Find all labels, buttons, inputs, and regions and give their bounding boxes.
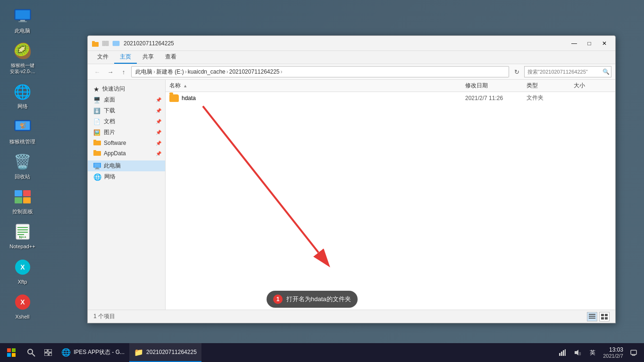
path-this-pc: 此电脑	[135, 68, 152, 76]
title-bar-icon	[92, 40, 120, 47]
svg-rect-8	[23, 190, 31, 196]
file-row-hdata[interactable]: hdata 2021/2/7 11:26 文件夹	[166, 92, 615, 104]
sidebar-desktop-label: 桌面	[104, 96, 115, 104]
svg-rect-29	[93, 150, 96, 152]
ipes-label: IPES APP状态 - G...	[74, 348, 125, 356]
svg-rect-44	[12, 348, 16, 352]
svg-rect-13	[17, 229, 28, 230]
search-submit-button[interactable]: 🔍	[602, 68, 610, 75]
close-button[interactable]: ✕	[597, 38, 611, 49]
svg-point-47	[28, 349, 33, 354]
notification-button[interactable]	[627, 343, 640, 362]
svg-rect-55	[563, 350, 564, 356]
desktop-icon-pc[interactable]: 此电脑	[5, 5, 40, 36]
path-kuaicdn: kuaicdn_cache	[188, 68, 226, 75]
svg-rect-24	[106, 41, 109, 46]
desktop-icon-network[interactable]: 🌐 网络	[5, 80, 40, 111]
maximize-button[interactable]: □	[582, 38, 596, 49]
pc-label: 此电脑	[15, 27, 30, 34]
taskbar-item-ipes[interactable]: 🌐 IPES APP状态 - G...	[57, 343, 129, 362]
desktop-icon-xftp[interactable]: X Xftp	[5, 256, 40, 287]
svg-rect-52	[49, 353, 52, 356]
pin-icon-software: 📌	[156, 141, 161, 146]
svg-rect-46	[12, 353, 16, 357]
up-button[interactable]: ↑	[118, 67, 129, 77]
svg-marker-57	[575, 350, 578, 355]
network-icon: 🌐	[13, 82, 32, 101]
sidebar-item-appdata[interactable]: AppData 📌	[88, 148, 165, 159]
ime-tray-icon[interactable]: 英	[586, 346, 599, 359]
sidebar-section-header-quick: ★ 快速访问	[88, 84, 165, 94]
sidebar-item-network[interactable]: 🌐 网络	[88, 171, 165, 182]
sort-icon-name: ▲	[183, 84, 187, 88]
explorer-window: 2021020711264225 — □ ✕ 文件 主页 共享 查看 ← → ↑…	[87, 35, 616, 323]
explorer-icon: 📁	[134, 348, 143, 357]
lang-badge: 英	[590, 349, 595, 357]
sidebar-item-desktop[interactable]: 🖥️ 桌面 📌	[88, 94, 165, 105]
desktop-icon-xshell[interactable]: X Xshell	[5, 291, 40, 322]
volume-tray-icon[interactable]: ))	[571, 346, 584, 359]
sidebar-network-label: 网络	[104, 173, 116, 181]
start-button[interactable]	[0, 343, 23, 362]
svg-rect-40	[605, 317, 608, 320]
back-button[interactable]: ←	[92, 67, 103, 77]
annotation-text: 打开名为hdata的文件夹	[286, 295, 351, 303]
xftp-icon: X	[13, 258, 32, 277]
svg-rect-51	[44, 353, 48, 356]
svg-rect-23	[102, 41, 105, 46]
explorer-label: 2021020711264225	[146, 349, 197, 355]
minimize-button[interactable]: —	[567, 38, 581, 49]
sidebar-item-pictures[interactable]: 🖼️ 图片 📌	[88, 127, 165, 138]
desktop-icon-monkey1[interactable]: 🥝 猕猴桃一键安装-v2.0-...	[5, 40, 40, 76]
system-clock[interactable]: 13:03 2021/2/7	[601, 345, 625, 360]
ribbon-tab-home[interactable]: 主页	[114, 51, 137, 64]
xshell-label: Xshell	[16, 313, 30, 320]
svg-rect-39	[601, 317, 604, 320]
window-title: 2021020711264225	[124, 40, 567, 47]
refresh-button[interactable]: ↻	[511, 67, 522, 77]
pin-icon-pictures: 📌	[156, 130, 161, 135]
ribbon-tabs: 文件 主页 共享 查看	[88, 51, 615, 64]
svg-rect-1	[16, 10, 30, 19]
svg-rect-49	[44, 349, 47, 352]
search-input[interactable]	[524, 66, 611, 77]
desktop-icon-monkey2[interactable]: 🐒 猕猴桃管理	[5, 116, 40, 147]
sidebar-appdata-label: AppData	[104, 150, 126, 157]
annotation-number: 1	[273, 295, 283, 304]
file-list-header: 名称 ▲ 修改日期 类型 大小	[166, 80, 615, 92]
desktop-icon-notepad[interactable]: N++ Notepad++	[5, 220, 40, 252]
svg-text:🐒: 🐒	[19, 122, 26, 129]
network-tray-icon[interactable]	[556, 346, 569, 359]
col-header-date[interactable]: 修改日期	[465, 82, 527, 90]
svg-rect-21	[92, 42, 99, 47]
taskbar-search-button[interactable]	[23, 343, 40, 362]
col-header-name[interactable]: 名称 ▲	[169, 82, 465, 90]
desktop-icon-recycle[interactable]: 🗑️ 回收站	[5, 151, 40, 182]
sidebar-item-downloads[interactable]: ⬇️ 下载 📌	[88, 105, 165, 116]
ribbon-tab-file[interactable]: 文件	[92, 51, 114, 64]
file-type: 文件夹	[527, 94, 574, 102]
col-header-size[interactable]: 大小	[574, 82, 611, 90]
col-header-type[interactable]: 类型	[527, 82, 574, 90]
sidebar: ★ 快速访问 🖥️ 桌面 📌 ⬇️ 下载 📌 📄	[88, 80, 166, 310]
taskbar-item-explorer[interactable]: 📁 2021020711264225	[129, 343, 201, 362]
title-bar: 2021020711264225 — □ ✕	[88, 36, 615, 51]
svg-rect-22	[92, 41, 95, 42]
address-path[interactable]: 此电脑 › 新建卷 (E:) › kuaicdn_cache › 2021020…	[131, 66, 509, 77]
view-details-button[interactable]	[587, 312, 597, 321]
task-view-button[interactable]	[40, 343, 57, 362]
path-drive: 新建卷 (E:)	[156, 68, 184, 76]
sidebar-item-thispc[interactable]: 此电脑	[88, 160, 165, 171]
ribbon-tab-view[interactable]: 查看	[159, 51, 182, 64]
search-wrapper: 🔍	[524, 66, 611, 77]
ribbon-tab-share[interactable]: 共享	[137, 51, 159, 64]
svg-rect-12	[17, 227, 28, 228]
forward-button[interactable]: →	[105, 67, 116, 77]
view-list-button[interactable]	[599, 312, 610, 321]
desktop-icon-controlpanel[interactable]: 控制面板	[5, 185, 40, 217]
taskbar-right: )) 英 13:03 2021/2/7	[552, 343, 644, 362]
sidebar-item-documents[interactable]: 📄 文档 📌	[88, 116, 165, 127]
sidebar-quick-access: ★ 快速访问 🖥️ 桌面 📌 ⬇️ 下载 📌 📄	[88, 84, 165, 159]
svg-rect-2	[20, 20, 25, 21]
sidebar-item-software[interactable]: Software 📌	[88, 138, 165, 148]
